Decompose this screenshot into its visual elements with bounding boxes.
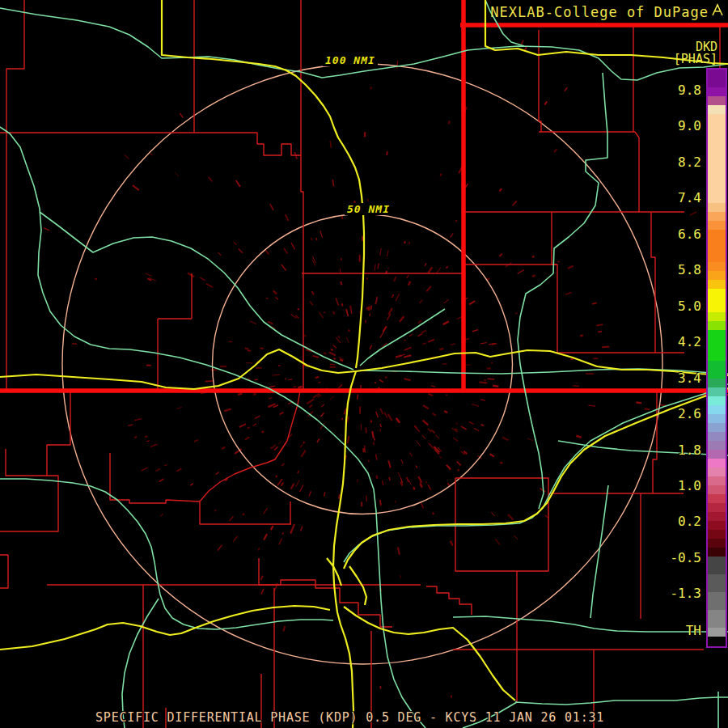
radar-echo <box>288 379 292 380</box>
radar-echo <box>272 445 276 449</box>
radar-echo <box>332 180 333 187</box>
radar-echo <box>341 281 341 285</box>
radar-echo <box>444 411 447 413</box>
colorbar-tick: 9.8 <box>653 83 701 98</box>
radar-echo <box>234 242 237 245</box>
colorbar-band <box>708 405 726 414</box>
radar-echo <box>487 379 494 379</box>
radar-echo <box>380 248 382 256</box>
radar-echo <box>339 494 340 499</box>
radar-echo <box>348 436 349 443</box>
radar-echo <box>499 254 502 256</box>
radar-echo <box>409 334 413 336</box>
radar-echo <box>421 330 426 333</box>
colorbar-tick: 1.8 <box>653 442 701 458</box>
radar-echo <box>281 463 284 466</box>
radar-echo <box>133 185 139 190</box>
radar-echo <box>580 336 583 336</box>
colorbar-tick: 4.2 <box>653 334 701 349</box>
radar-echo <box>408 242 409 244</box>
colorbar-band <box>708 450 726 459</box>
radar-echo <box>291 484 294 489</box>
radar-echo <box>417 333 422 336</box>
colorbar-band <box>708 212 726 221</box>
radar-echo <box>216 472 219 475</box>
colorbar-band <box>708 87 726 96</box>
radar-echo <box>433 513 434 514</box>
colorbar-band <box>708 203 726 212</box>
radar-echo <box>177 408 182 408</box>
radar-echo <box>451 344 455 345</box>
radar-echo <box>407 275 408 278</box>
radar-echo <box>268 322 273 324</box>
radar-echo <box>401 459 403 463</box>
radar-echo <box>388 308 392 315</box>
colorbar-band <box>708 539 726 548</box>
radar-echo <box>380 408 383 414</box>
radar-echo <box>416 466 417 468</box>
radar-echo <box>275 297 278 299</box>
road-highway <box>349 566 366 605</box>
radar-echo <box>311 238 311 240</box>
radar-echo <box>418 476 421 483</box>
colorbar-band <box>708 574 726 592</box>
radar-echo <box>565 292 572 294</box>
radar-echo <box>145 436 147 437</box>
radar-echo <box>273 290 277 294</box>
colorbar-band <box>708 221 726 230</box>
radar-echo <box>453 438 458 441</box>
county-boundary <box>635 132 639 212</box>
radar-echo <box>573 386 578 387</box>
radar-echo <box>278 442 281 444</box>
radar-echo <box>190 484 193 485</box>
radar-echo <box>518 270 524 274</box>
radar-echo <box>324 353 326 353</box>
colorbar-band <box>708 96 726 105</box>
radar-echo <box>310 302 312 306</box>
radar-echo <box>409 480 412 485</box>
radar-echo <box>264 508 268 514</box>
radar-echo <box>255 416 260 418</box>
colorbar-tick: -0.5 <box>653 550 701 565</box>
radar-echo <box>400 575 401 578</box>
radar-echo <box>636 402 641 403</box>
radar-echo <box>316 238 317 240</box>
radar-echo <box>338 336 340 338</box>
radar-echo <box>447 465 451 470</box>
radar-echo <box>377 476 378 479</box>
radar-echo <box>408 281 411 286</box>
radar-echo <box>311 291 314 294</box>
radar-echo <box>282 532 283 534</box>
colorbar-band <box>708 530 726 539</box>
radar-echo <box>383 326 386 332</box>
radar-echo <box>286 214 289 221</box>
radar-echo <box>404 340 406 341</box>
radar-echo <box>397 61 398 68</box>
radar-echo <box>396 501 396 502</box>
radar-echo <box>374 442 375 444</box>
radar-echo <box>428 485 431 489</box>
radar-echo <box>292 524 294 531</box>
radar-map <box>0 0 728 728</box>
colorbar-band <box>708 548 726 557</box>
road-highway <box>333 371 356 612</box>
radar-echo <box>532 256 535 257</box>
radar-echo <box>481 425 484 426</box>
radar-echo <box>431 386 435 387</box>
radar-echo <box>309 491 311 496</box>
colorbar-tick: 2.6 <box>653 406 701 421</box>
radar-echo <box>429 443 434 449</box>
radar-echo <box>318 382 320 383</box>
road-secondary <box>515 697 728 705</box>
radar-echo <box>269 398 272 399</box>
radar-echo <box>239 249 243 253</box>
radar-echo <box>444 299 449 303</box>
radar-echo <box>425 481 427 484</box>
colorbar-band <box>708 379 726 387</box>
radar-echo <box>375 265 375 271</box>
radar-echo <box>435 435 439 438</box>
radar-echo <box>307 400 313 404</box>
radar-echo <box>358 394 358 399</box>
radar-echo <box>264 534 267 540</box>
radar-echo <box>576 436 581 438</box>
